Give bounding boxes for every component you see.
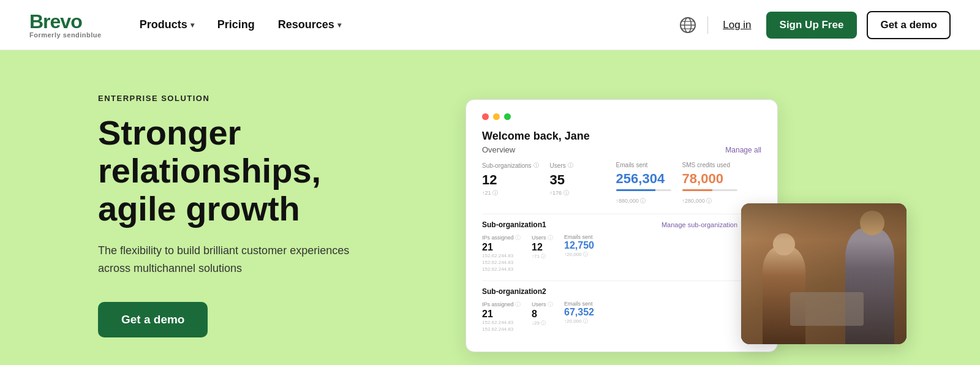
sub-org-2-emails: Emails sent 67,352 ↑20,000 ⓘ [564, 301, 594, 334]
sub-org-2-users: Users ⓘ 8 ↓29 ⓘ [532, 301, 553, 334]
dashboard-welcome: Welcome back, Jane [482, 130, 761, 143]
chevron-down-icon-resources: ▾ [337, 21, 341, 29]
sub-org-1-ip-list: 152.62.244.83 152.62.244.83 152.62.244.8… [482, 253, 521, 272]
sms-progress-bar [682, 189, 737, 191]
navbar: Brevo Formerly sendinblue Products ▾ Pri… [0, 0, 980, 50]
sub-org-1-emails: Emails sent 12,750 ↑20,000 ⓘ [564, 234, 594, 274]
photo-overlay [741, 203, 907, 344]
stat-sub-orgs: Sub-organizations ⓘ 12 ↑21 ⓘ [482, 162, 539, 205]
nav-products[interactable]: Products ▾ [131, 13, 203, 36]
hero-visual: Welcome back, Jane Overview Manage all S… [466, 87, 907, 344]
dot-green [504, 113, 511, 120]
nav-right: Log in Sign Up Free Get a demo [678, 11, 951, 39]
signup-button[interactable]: Sign Up Free [766, 12, 858, 39]
stat-sms-credits: SMS credits used 78,000 ↑280,000 ⓘ [682, 162, 737, 205]
sub-org-1-ips: IPs assigned ⓘ 21 152.62.244.83 152.62.2… [482, 234, 521, 274]
dashboard-manage-all[interactable]: Manage all [725, 146, 761, 154]
dashboard-stats-row: Sub-organizations ⓘ 12 ↑21 ⓘ Users ⓘ 35 … [482, 162, 761, 205]
nav-divider [707, 17, 708, 34]
nav-links: Products ▾ Pricing Resources ▾ [131, 13, 679, 36]
window-dots [482, 113, 761, 120]
sub-org-1-users: Users ⓘ 12 ↑71 ⓘ [532, 234, 553, 274]
hero-title: Stronger relationships, agile growth [98, 114, 417, 227]
manage-sub-org-1-link[interactable]: Manage sub-organization [662, 221, 737, 228]
sub-org-2-stats: IPs assigned ⓘ 21 152.62.244.83 152.62.2… [482, 301, 761, 334]
sub-org-2-name: Sub-organization2 [482, 287, 546, 296]
stat-emails-sent: Emails sent 256,304 ↑880,000 ⓘ [616, 162, 671, 205]
login-link[interactable]: Log in [718, 14, 756, 36]
dashboard-card: Welcome back, Jane Overview Manage all S… [466, 99, 778, 352]
sub-org-2-header: Sub-organization2 [482, 287, 761, 296]
dashboard-divider-1 [482, 214, 761, 214]
globe-icon[interactable] [678, 15, 698, 35]
dot-red [482, 113, 489, 120]
hero-demo-button[interactable]: Get a demo [98, 302, 208, 337]
hero-eyebrow: ENTERPRISE SOLUTION [98, 94, 417, 103]
chevron-down-icon: ▾ [190, 21, 194, 29]
dashboard-overview-label: Overview [482, 145, 515, 154]
sub-org-2-ip-list: 152.62.244.83 152.62.244.83 [482, 320, 521, 332]
sub-org-1-name: Sub-organization1 [482, 220, 546, 229]
nav-pricing[interactable]: Pricing [209, 13, 263, 36]
brand-formerly: Formerly sendinblue [29, 31, 102, 39]
nav-resources[interactable]: Resources ▾ [270, 13, 350, 36]
hero-section: ENTERPRISE SOLUTION Stronger relationshi… [0, 50, 980, 365]
dashboard-overview-row: Overview Manage all [482, 145, 761, 154]
stat-users: Users ⓘ 35 ↑176 ⓘ [550, 162, 605, 205]
dashboard-divider-2 [482, 280, 761, 281]
sub-org-2-ips: IPs assigned ⓘ 21 152.62.244.83 152.62.2… [482, 301, 521, 334]
dot-yellow [493, 113, 500, 120]
hero-description: The flexibility to build brilliant custo… [98, 242, 380, 277]
emails-progress-bar [616, 189, 671, 191]
sms-progress-fill [682, 189, 713, 191]
logo[interactable]: Brevo Formerly sendinblue [29, 12, 102, 39]
emails-progress-fill [616, 189, 656, 191]
brand-name: Brevo [29, 12, 102, 31]
sub-org-1-stats: IPs assigned ⓘ 21 152.62.244.83 152.62.2… [482, 234, 761, 274]
hero-text: ENTERPRISE SOLUTION Stronger relationshi… [98, 94, 417, 337]
demo-nav-button[interactable]: Get a demo [867, 11, 951, 39]
sub-org-1-header: Sub-organization1 Manage sub-organizatio… [482, 220, 761, 229]
photo-inner [741, 203, 907, 344]
